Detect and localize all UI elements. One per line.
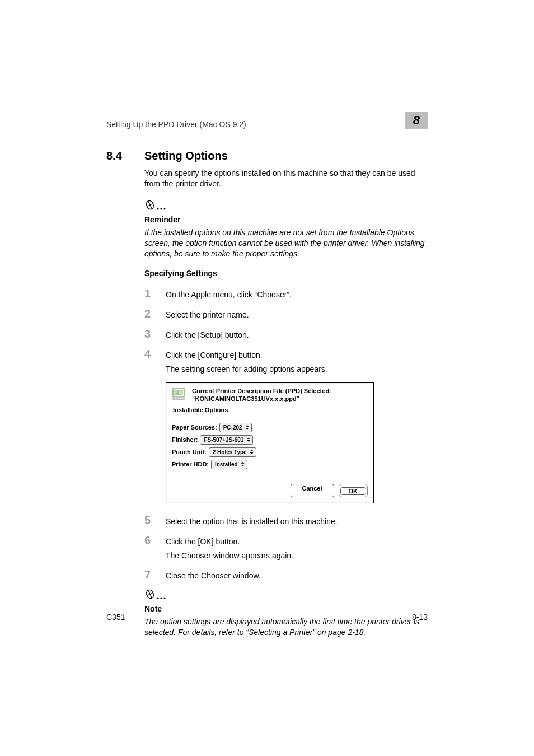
svg-point-13 [157,598,158,599]
step-number: 3 [144,328,166,339]
steps-list: 1 On the Apple menu, click “Chooser”. 2 … [144,288,428,581]
printer-hdd-select[interactable]: Installed [211,460,247,469]
step-text: Click the [OK] button. [166,536,240,547]
svg-point-14 [160,598,162,599]
dialog-header-line1: Current Printer Description File (PPD) S… [192,388,331,395]
reminder-icon [144,199,428,214]
finisher-select[interactable]: FS-507+JS-601 [200,435,253,445]
section-heading: 8.4 Setting Options [106,150,428,162]
svg-point-5 [163,208,165,209]
running-header: Setting Up the PPD Driver (Mac OS 9.2) 8 [106,112,428,130]
option-label: Printer HDD: [172,461,209,468]
step-1: 1 On the Apple menu, click “Chooser”. [144,288,428,300]
step-5: 5 Select the option that is installed on… [144,515,428,527]
option-label: Punch Unit: [172,449,207,455]
punch-unit-select[interactable]: 2 Holes Type [209,447,256,457]
step-4-subtext: The setting screen for adding options ap… [166,364,428,375]
step-2: 2 Select the printer name. [144,308,428,320]
step-number: 2 [144,308,166,319]
section-number: 8.4 [106,150,144,162]
printer-icon: & [172,388,188,403]
svg-point-4 [160,208,162,209]
ok-button[interactable]: OK [340,487,367,495]
reminder-title: Reminder [144,215,428,224]
step-text: Close the Chooser window. [166,571,261,581]
step-number: 6 [144,535,166,546]
intro-paragraph: You can specify the options installed on… [144,168,428,189]
svg-point-3 [157,208,158,209]
step-number: 1 [144,288,166,299]
step-6-subtext: The Chooser window appears again. [166,550,428,561]
svg-point-15 [163,598,165,599]
cancel-button[interactable]: Cancel [291,484,334,497]
ok-button-wrap: OK [339,484,368,497]
step-4: 4 Click the [Configure] button. [144,348,428,361]
step-text: On the Apple menu, click “Chooser”. [166,290,292,300]
svg-line-12 [147,593,153,596]
step-text: Select the printer name. [166,310,249,320]
step-text: Select the option that is installed on t… [166,516,338,527]
section-title: Setting Options [144,150,228,162]
step-number: 5 [144,515,166,526]
step-text: Click the [Configure] button. [166,350,263,361]
option-label: Paper Sources: [172,424,217,431]
option-paper-sources: Paper Sources: PC-202 [172,423,368,432]
running-header-title: Setting Up the PPD Driver (Mac OS 9.2) [106,120,246,129]
step-3: 3 Click the [Setup] button. [144,328,428,340]
installable-options-dialog: & Current Printer Description File (PPD)… [166,382,374,503]
option-finisher: Finisher: FS-507+JS-601 [172,435,368,445]
option-label: Finisher: [172,436,198,443]
step-text: Click the [Setup] button. [166,330,249,340]
note-icon [144,589,428,603]
reminder-body: If the installed options on this machine… [144,227,428,259]
specifying-settings-heading: Specifying Settings [144,269,428,278]
footer-left: C351 [106,613,125,622]
step-number: 7 [144,569,166,580]
svg-rect-9 [173,398,184,400]
option-printer-hdd: Printer HDD: Installed [172,460,368,469]
chapter-number-badge: 8 [405,112,428,129]
step-6: 6 Click the [OK] button. [144,535,428,547]
dialog-subheader: Installable Options [173,407,368,413]
paper-sources-select[interactable]: PC-202 [219,423,252,432]
page-footer: C351 8-13 [106,609,428,622]
footer-right: 8-13 [412,613,428,622]
step-7: 7 Close the Chooser window. [144,569,428,581]
dialog-header-line2: “KONICAMINOLTAC351UVx.x.x.ppd” [192,395,331,403]
option-punch-unit: Punch Unit: 2 Holes Type [172,447,368,457]
svg-text:&: & [176,391,179,395]
svg-line-2 [147,203,153,206]
step-number: 4 [144,348,166,360]
